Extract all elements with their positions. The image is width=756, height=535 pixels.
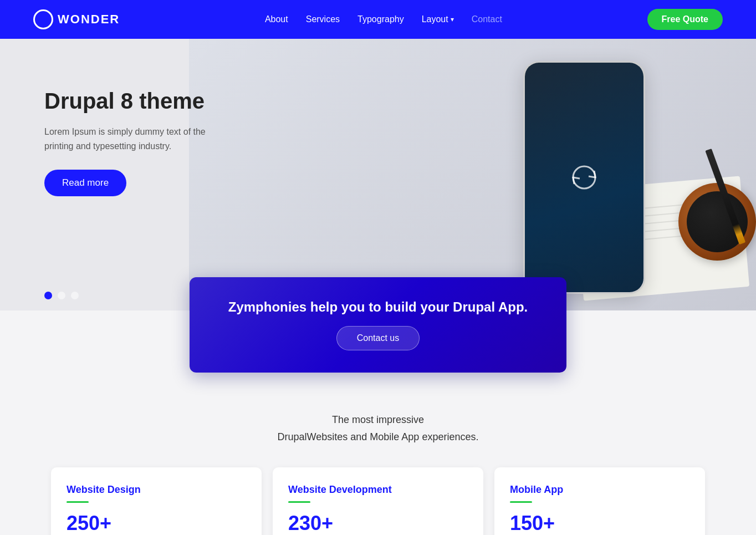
tagline-line2: DrupalWebsites and Mobile App experience… (11, 429, 745, 446)
section-tagline: The most impressive DrupalWebsites and M… (0, 373, 756, 467)
contact-us-button[interactable]: Contact us (336, 326, 420, 350)
free-quote-button[interactable]: Free Quote (647, 9, 723, 30)
card-mobile-app: Mobile App 150+ (494, 467, 705, 535)
read-more-button[interactable]: Read more (44, 170, 126, 196)
card-number-mobile-app: 150+ (510, 512, 689, 535)
card-title-website-development: Website Development (288, 484, 468, 496)
navbar: WONDER About Services Typography Layout … (0, 0, 756, 39)
card-number-website-design: 250+ (67, 512, 246, 535)
cta-banner: Zymphonies help you to build your Drupal… (190, 277, 566, 373)
card-website-design: Website Design 250+ (51, 467, 262, 535)
tagline-line1: The most impressive (11, 411, 745, 429)
nav-link-about[interactable]: About (265, 14, 288, 24)
hero-background (189, 39, 756, 310)
card-website-development: Website Development 230+ (273, 467, 483, 535)
card-title-mobile-app: Mobile App (510, 484, 689, 496)
card-underline (67, 501, 89, 503)
nav-item-layout[interactable]: Layout ▾ (422, 14, 454, 24)
cup-decoration (678, 183, 756, 261)
hero-title: Drupal 8 theme (44, 89, 222, 114)
phone-body (523, 61, 645, 294)
phone-screen (525, 63, 643, 292)
nav-item-about[interactable]: About (265, 14, 288, 24)
nav-link-layout[interactable]: Layout (422, 14, 448, 24)
slider-dot-2[interactable] (58, 292, 65, 299)
logo-text: WONDER (58, 12, 120, 27)
slider-dot-3[interactable] (71, 292, 79, 299)
card-number-website-development: 230+ (288, 512, 468, 535)
nav-link-typography[interactable]: Typography (357, 14, 404, 24)
card-title-website-design: Website Design (67, 484, 246, 496)
slider-dots (44, 292, 79, 299)
nav-item-services[interactable]: Services (306, 14, 340, 24)
nav-links: About Services Typography Layout ▾ Conta… (265, 14, 502, 24)
hero-content: Drupal 8 theme Lorem Ipsum is simply dum… (44, 89, 222, 196)
nav-item-contact[interactable]: Contact (472, 14, 502, 24)
chevron-down-icon: ▾ (451, 16, 454, 23)
phone-mockup (512, 55, 656, 310)
hero-section: Drupal 8 theme Lorem Ipsum is simply dum… (0, 39, 756, 310)
nav-link-services[interactable]: Services (306, 14, 340, 24)
hero-description: Lorem Ipsum is simply dummy text of the … (44, 125, 222, 153)
nav-item-typography[interactable]: Typography (357, 14, 404, 24)
cta-text: Zymphonies help you to build your Drupal… (206, 299, 550, 315)
card-underline (288, 501, 310, 503)
logo-circle (33, 9, 53, 29)
card-underline (510, 501, 532, 503)
slider-dot-1[interactable] (44, 292, 52, 299)
sync-icon (562, 155, 606, 200)
nav-link-contact[interactable]: Contact (472, 14, 502, 24)
logo[interactable]: WONDER (33, 9, 120, 29)
cards-row: Website Design 250+ Website Development … (0, 467, 756, 535)
